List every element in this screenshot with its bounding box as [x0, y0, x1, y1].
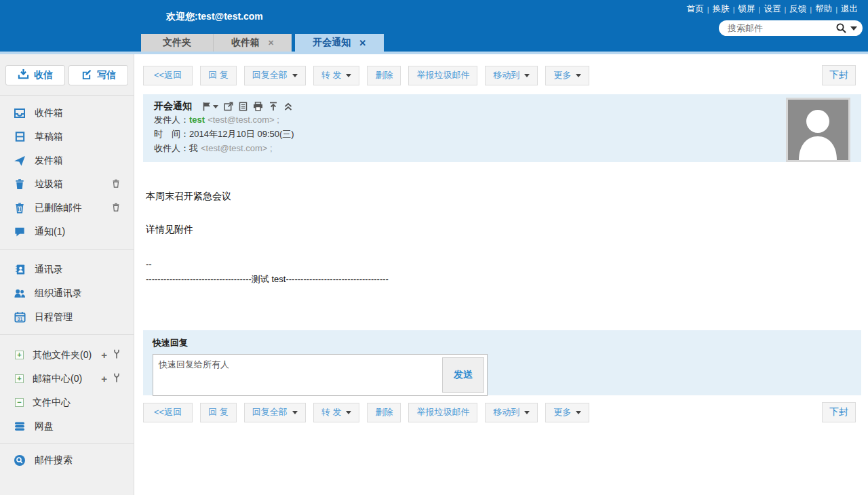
delete-button[interactable]: 删除 — [367, 403, 401, 422]
quick-reply-panel: 快速回复 发送 — [143, 330, 861, 395]
send-button[interactable]: 发送 — [442, 357, 484, 393]
svg-text:31: 31 — [17, 317, 22, 322]
empty-junk-icon[interactable] — [112, 179, 120, 190]
link-lock[interactable]: 锁屏 — [735, 3, 759, 15]
folder-list: 收件箱 草稿箱 发件箱 垃圾箱 已删除邮件 通知(1) — [0, 96, 134, 246]
print-icon[interactable] — [253, 102, 263, 111]
calendar-icon: 31 — [14, 311, 26, 323]
group-list: + 其他文件夹(0) + + 邮箱中心(0) + − 文件中心 — [0, 338, 134, 441]
reply-label: 回 复 — [208, 69, 229, 81]
sidebar-item-calendar[interactable]: 31 日程管理 — [0, 305, 134, 329]
tab-label: 收件箱 — [231, 37, 260, 49]
sidebar-item-label: 日程管理 — [35, 311, 73, 323]
fork-icon[interactable] — [113, 373, 120, 384]
link-help[interactable]: 帮助 — [812, 3, 835, 15]
sidebar-item-inbox[interactable]: 收件箱 — [0, 101, 134, 125]
sidebar-divider — [0, 443, 134, 444]
sidebar-item-file-center[interactable]: − 文件中心 — [0, 391, 134, 414]
forward-button[interactable]: 转 发 — [313, 66, 360, 85]
sidebar-item-sent[interactable]: 发件箱 — [0, 148, 134, 172]
more-button[interactable]: 更多 — [545, 403, 589, 422]
sender-avatar — [786, 98, 850, 162]
close-icon[interactable]: ✕ — [359, 38, 366, 48]
signature-line: ------------------------------------测试 t… — [146, 273, 861, 285]
sender-name[interactable]: test — [189, 113, 205, 127]
next-mail-button[interactable]: 下封 — [822, 65, 856, 85]
view-source-icon[interactable] — [239, 102, 248, 111]
search-icon[interactable] — [835, 22, 847, 34]
sidebar-item-junk[interactable]: 垃圾箱 — [0, 172, 134, 196]
move-to-button[interactable]: 移动到 — [485, 66, 538, 85]
sidebar-item-deleted[interactable]: 已删除邮件 — [0, 196, 134, 220]
tab-bar: 文件夹 收件箱✕ 开会通知✕ — [141, 34, 384, 52]
mail-toolbar-bottom: <<返回 回 复 回复全部 转 发 删除 举报垃圾邮件 移动到 更多 下封 — [143, 402, 861, 422]
more-button[interactable]: 更多 — [545, 66, 589, 85]
mail-toolbar-top: <<返回 回 复 回复全部 转 发 删除 举报垃圾邮件 移动到 更多 下封 — [143, 65, 861, 85]
reply-all-label: 回复全部 — [252, 69, 288, 81]
sidebar-item-label: 邮件搜索 — [35, 454, 73, 467]
sidebar-item-label: 其他文件夹(0) — [33, 349, 92, 361]
tab-inbox[interactable]: 收件箱✕ — [214, 34, 292, 52]
expand-plus-icon[interactable]: + — [15, 351, 24, 359]
back-button[interactable]: <<返回 — [143, 66, 193, 85]
link-home[interactable]: 首页 — [684, 3, 707, 15]
sidebar-item-mail-search[interactable]: 邮件搜索 — [0, 448, 134, 472]
close-icon[interactable]: ✕ — [268, 39, 274, 47]
sidebar-item-netdisk[interactable]: 网盘 — [0, 414, 134, 438]
quick-reply-input[interactable] — [156, 357, 442, 393]
sidebar-item-org-contacts[interactable]: 组织通讯录 — [0, 281, 134, 305]
mail-search-box — [719, 20, 863, 36]
next-mail-button[interactable]: 下封 — [822, 402, 856, 422]
add-folder-icon[interactable]: + — [101, 374, 107, 384]
move-to-top-icon[interactable] — [269, 102, 278, 111]
reply-all-button[interactable]: 回复全部 — [244, 403, 306, 422]
search-input[interactable] — [728, 23, 835, 33]
quick-reply-box: 发送 — [153, 354, 488, 396]
subject-row: 开会通知 — [154, 100, 850, 113]
compose-label: 写信 — [97, 69, 116, 81]
empty-deleted-icon[interactable] — [112, 203, 120, 214]
open-in-new-window-icon[interactable] — [224, 102, 233, 111]
sidebar-item-other-folders[interactable]: + 其他文件夹(0) + — [0, 343, 134, 367]
report-spam-button[interactable]: 举报垃圾邮件 — [408, 66, 477, 85]
reply-button[interactable]: 回 复 — [200, 66, 237, 85]
compose-mail-button[interactable]: 写信 — [68, 65, 128, 85]
chevron-down-icon — [524, 74, 530, 77]
time-label: 时 间： — [154, 127, 189, 141]
next-mail-label: 下封 — [829, 69, 848, 81]
expand-plus-icon[interactable]: + — [15, 374, 24, 383]
header: 首页| 换肤| 锁屏| 设置| 反馈| 帮助| 退出 欢迎您:test@test… — [0, 0, 868, 54]
expand-minus-icon[interactable]: − — [15, 398, 24, 407]
flag-icon[interactable] — [203, 102, 218, 111]
link-feedback[interactable]: 反馈 — [786, 3, 810, 15]
add-folder-icon[interactable]: + — [101, 350, 107, 360]
sidebar-item-notice[interactable]: 通知(1) — [0, 220, 134, 243]
reply-all-button[interactable]: 回复全部 — [244, 66, 306, 85]
forward-button[interactable]: 转 发 — [313, 403, 360, 422]
tab-message[interactable]: 开会通知✕ — [295, 34, 384, 52]
sidebar-item-drafts[interactable]: 草稿箱 — [0, 125, 134, 148]
more-label: 更多 — [553, 406, 571, 418]
receive-mail-button[interactable]: 收信 — [5, 65, 65, 85]
inbox-icon — [14, 107, 26, 119]
link-settings[interactable]: 设置 — [760, 3, 784, 15]
to-label: 收件人： — [154, 141, 189, 155]
link-logout[interactable]: 退出 — [837, 3, 861, 15]
collapse-header-icon[interactable] — [283, 102, 293, 111]
fork-icon[interactable] — [113, 349, 120, 361]
tab-folders[interactable]: 文件夹 — [141, 34, 214, 52]
delete-button[interactable]: 删除 — [367, 66, 401, 85]
report-spam-button[interactable]: 举报垃圾邮件 — [408, 403, 477, 422]
move-to-button[interactable]: 移动到 — [485, 403, 538, 422]
time-value: 2014年12月10日 09:50(三) — [189, 127, 294, 141]
recipient-name[interactable]: 我 — [189, 141, 198, 155]
reply-button[interactable]: 回 复 — [200, 403, 237, 422]
search-options-arrow-icon[interactable] — [850, 26, 857, 31]
sidebar-item-mailbox-center[interactable]: + 邮箱中心(0) + — [0, 367, 134, 391]
link-skin[interactable]: 换肤 — [709, 3, 733, 15]
report-spam-label: 举报垃圾邮件 — [416, 69, 469, 81]
sidebar-item-contacts[interactable]: 通讯录 — [0, 258, 134, 281]
back-button[interactable]: <<返回 — [143, 403, 193, 422]
tab-label: 文件夹 — [163, 37, 191, 49]
welcome-text: 欢迎您:test@test.com — [166, 11, 263, 23]
